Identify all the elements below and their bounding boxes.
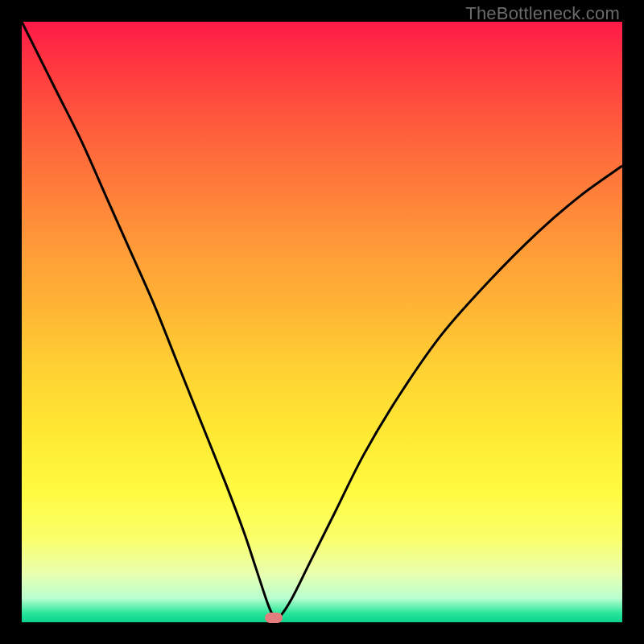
- optimal-marker: [265, 613, 283, 623]
- curve-path: [22, 22, 622, 618]
- watermark-text: TheBottleneck.com: [465, 3, 620, 24]
- plot-area: [22, 22, 622, 622]
- bottleneck-curve: [22, 22, 622, 622]
- chart-frame: TheBottleneck.com: [0, 0, 644, 644]
